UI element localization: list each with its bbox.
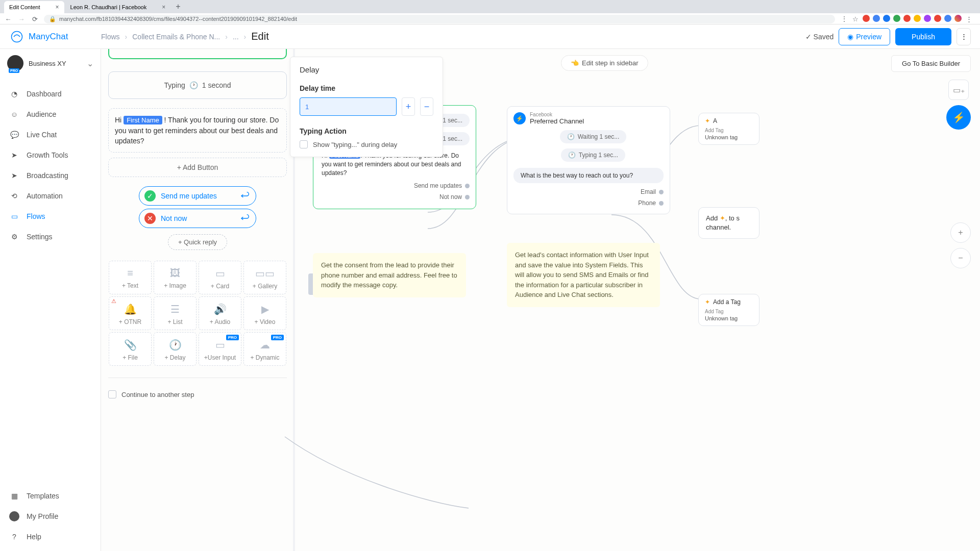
typing-step[interactable]: Typing 🕐 1 second bbox=[108, 71, 287, 99]
connector-dot[interactable] bbox=[659, 190, 664, 194]
ctype-otnr[interactable]: ⚠🔔+ OTNR bbox=[109, 296, 152, 330]
show-typing-row[interactable]: Show "typing..." during delay bbox=[300, 140, 433, 148]
quick-reply-button[interactable]: + Quick reply bbox=[168, 234, 227, 250]
connector-dot[interactable] bbox=[465, 195, 470, 199]
ctype-audio[interactable]: 🔊+ Audio bbox=[199, 296, 241, 330]
flow-card-preferred-channel[interactable]: ⚡ Facebook Preferred Channel 🕐Waiting 1 … bbox=[507, 106, 670, 214]
forward-icon[interactable]: → bbox=[17, 15, 26, 23]
sidebar-item-settings[interactable]: ⚙Settings bbox=[0, 227, 101, 247]
folder-icon: ▭ bbox=[9, 212, 19, 221]
publish-button[interactable]: Publish bbox=[895, 28, 951, 45]
sidebar-item-automation[interactable]: ⟲Automation bbox=[0, 186, 101, 206]
sidebar-item-help[interactable]: ?Help bbox=[0, 527, 101, 547]
ext-icon[interactable] bbox=[934, 15, 941, 22]
browser-tab-active[interactable]: Edit Content × bbox=[4, 1, 64, 13]
messenger-fab[interactable]: ⚡ bbox=[946, 105, 971, 130]
ext-icon[interactable] bbox=[903, 15, 911, 22]
tag-title: A bbox=[713, 117, 717, 124]
bc-flow-name[interactable]: Collect Emails & Phone N... bbox=[132, 33, 220, 41]
canvas[interactable]: 👈 Edit step in sidebar Go To Basic Build… bbox=[101, 49, 980, 551]
back-icon[interactable]: ← bbox=[4, 15, 12, 23]
ctype-image[interactable]: 🖼+ Image bbox=[154, 261, 197, 294]
more-button[interactable]: ⋮ bbox=[957, 28, 971, 45]
checkbox[interactable] bbox=[108, 390, 116, 398]
nav-label: Growth Tools bbox=[27, 151, 68, 159]
tag-card[interactable]: ✦Add a Tag Add Tag Unknown tag bbox=[698, 294, 760, 326]
url-field[interactable]: 🔒 manychat.com/fb181039443240830​9/cms/f… bbox=[44, 15, 835, 23]
card-option[interactable]: Not now bbox=[320, 191, 470, 203]
sidebar-item-profile[interactable]: My Profile bbox=[0, 506, 101, 527]
preview-button[interactable]: ◉ Preview bbox=[839, 28, 890, 45]
ctype-file[interactable]: 📎+ File bbox=[109, 332, 152, 366]
increment-button[interactable]: + bbox=[402, 97, 415, 116]
ctype-userinput[interactable]: PRO▭+User Input bbox=[199, 332, 241, 366]
new-tab-button[interactable]: + bbox=[172, 0, 184, 13]
divider bbox=[108, 378, 287, 378]
reply-icon bbox=[239, 213, 251, 224]
card-option[interactable]: Send me updates bbox=[320, 180, 470, 191]
sidebar-item-flows[interactable]: ▭Flows bbox=[0, 206, 101, 227]
ctype-list[interactable]: ☰+ List bbox=[154, 296, 197, 330]
ext-icon[interactable] bbox=[863, 15, 870, 22]
reply-button-no[interactable]: ✕ Not now bbox=[139, 209, 256, 228]
video-icon: ▶ bbox=[246, 303, 284, 315]
ext-icon[interactable] bbox=[883, 15, 890, 22]
checkbox[interactable] bbox=[300, 140, 308, 148]
bc-flows[interactable]: Flows bbox=[101, 33, 120, 41]
avatar[interactable] bbox=[954, 15, 962, 22]
message-block[interactable]: Hi First Name ! Thank you for touring ou… bbox=[108, 108, 287, 153]
first-name-tag[interactable]: First Name bbox=[124, 116, 162, 124]
account-selector[interactable]: PRO Business XY ⌄ bbox=[0, 49, 101, 78]
ext-icon[interactable] bbox=[873, 15, 880, 22]
close-icon[interactable]: × bbox=[162, 4, 165, 11]
ctype-delay[interactable]: 🕐+ Delay bbox=[154, 332, 197, 366]
edit-step-sidebar-button[interactable]: 👈 Edit step in sidebar bbox=[561, 55, 648, 71]
ctype-card[interactable]: ▭+ Card bbox=[199, 261, 241, 294]
close-icon[interactable]: × bbox=[56, 4, 59, 11]
ctype-dynamic[interactable]: PRO☁+ Dynamic bbox=[243, 332, 286, 366]
continue-row[interactable]: Continue to another step bbox=[108, 390, 287, 398]
star-icon[interactable]: ☆ bbox=[851, 15, 860, 23]
reload-icon[interactable]: ⟳ bbox=[31, 15, 39, 23]
zoom-out-button[interactable]: − bbox=[950, 248, 971, 268]
add-button-row[interactable]: + Add Button bbox=[108, 158, 287, 177]
ext-icon[interactable] bbox=[944, 15, 951, 22]
lock-icon: 🔒 bbox=[49, 16, 56, 22]
connector-dot[interactable] bbox=[465, 184, 470, 188]
zoom-in-button[interactable]: + bbox=[950, 222, 971, 243]
sidebar-item-growth[interactable]: ➤Growth Tools bbox=[0, 145, 101, 165]
ext-icon[interactable] bbox=[893, 15, 900, 22]
sidebar-item-broadcasting[interactable]: ➤Broadcasting bbox=[0, 165, 101, 186]
note-contact-info[interactable]: Get lead's contact information with User… bbox=[507, 243, 660, 307]
card-option-email[interactable]: Email bbox=[513, 186, 664, 197]
active-step-outline[interactable] bbox=[108, 49, 287, 59]
note-consent[interactable]: Get the consent from the lead to provide… bbox=[313, 253, 466, 297]
plus-icon: + bbox=[958, 228, 963, 237]
menu-icon[interactable]: ⋮ bbox=[965, 15, 973, 23]
delay-input[interactable] bbox=[300, 97, 397, 116]
reply-button-yes[interactable]: ✓ Send me updates bbox=[139, 186, 256, 206]
show-typing-label: Show "typing..." during delay bbox=[313, 141, 397, 148]
sidebar-item-audience[interactable]: ☺Audience bbox=[0, 104, 101, 124]
add-node-button[interactable]: ▭₊ bbox=[948, 80, 969, 100]
connector-dot[interactable] bbox=[659, 201, 664, 206]
card-option-phone[interactable]: Phone bbox=[513, 197, 664, 209]
basic-builder-button[interactable]: Go To Basic Builder bbox=[891, 55, 971, 72]
decrement-button[interactable]: − bbox=[420, 97, 433, 116]
sidebar-item-templates[interactable]: ▦Templates bbox=[0, 486, 101, 506]
logo[interactable]: ManyChat bbox=[9, 29, 101, 44]
cloud-icon: ☁ bbox=[246, 339, 284, 351]
clock-icon: 🕐 bbox=[567, 133, 575, 140]
tag-card[interactable]: ✦A Add Tag Unknown tag bbox=[698, 113, 760, 145]
translate-icon[interactable]: ⋮ bbox=[840, 15, 848, 23]
browser-tab[interactable]: Leon R. Chaudhari | Facebook × bbox=[65, 1, 171, 13]
ctype-gallery[interactable]: ▭▭+ Gallery bbox=[243, 261, 286, 294]
ctype-text[interactable]: ≡+ Text bbox=[109, 261, 152, 294]
bc-ellipsis[interactable]: ... bbox=[233, 33, 239, 41]
tag-note[interactable]: Add ✦, to s channel. bbox=[698, 207, 760, 239]
ctype-video[interactable]: ▶+ Video bbox=[243, 296, 286, 330]
ext-icon[interactable] bbox=[924, 15, 931, 22]
sidebar-item-dashboard[interactable]: ◔Dashboard bbox=[0, 84, 101, 104]
ext-icon[interactable] bbox=[914, 15, 921, 22]
sidebar-item-livechat[interactable]: 💬Live Chat bbox=[0, 124, 101, 145]
